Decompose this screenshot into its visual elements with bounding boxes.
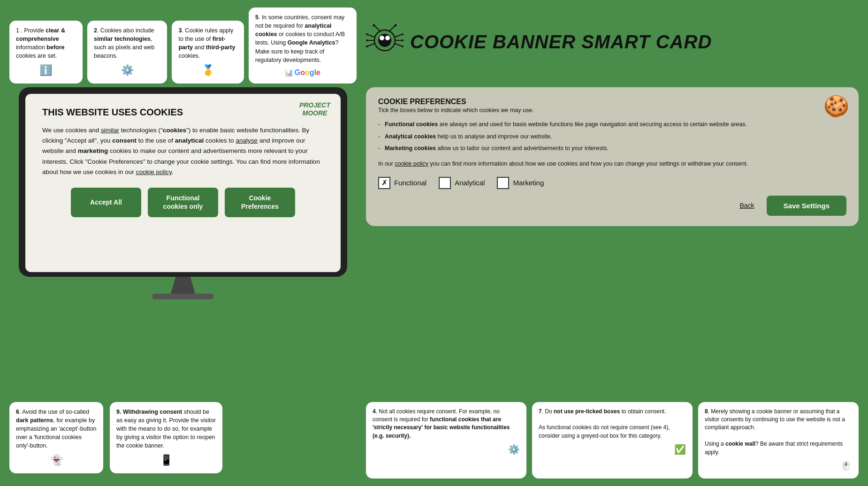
svg-line-6 — [389, 26, 395, 31]
svg-point-7 — [395, 24, 397, 26]
svg-point-3 — [385, 36, 390, 40]
svg-line-8 — [367, 34, 374, 37]
prefs-bullets-list: Functional cookies are always set and us… — [378, 120, 846, 153]
marketing-checkbox[interactable] — [497, 177, 509, 189]
marketing-label: Marketing — [513, 179, 544, 187]
functional-only-button[interactable]: Functionalcookies only — [148, 188, 218, 217]
callout-1-icon: ℹ️ — [16, 63, 76, 78]
prefs-panel-subtitle: Tick the boxes below to indicate which c… — [378, 107, 846, 114]
svg-point-18 — [402, 39, 404, 41]
callout-4-icon: ⚙️ — [373, 443, 520, 456]
bottom-callouts-left: 6. Avoid the use of so-called dark patte… — [9, 395, 357, 478]
svg-line-10 — [367, 44, 374, 46]
callout-7: 7. Do not use pre-ticked boxes to obtain… — [532, 402, 693, 478]
smart-card-body: 🍪 COOKIE PREFERENCES Tick the boxes belo… — [357, 87, 859, 395]
svg-line-13 — [395, 44, 403, 46]
save-settings-button[interactable]: Save Settings — [767, 196, 846, 216]
phone-icon: 📱 — [116, 453, 216, 468]
prefs-footer: Back Save Settings — [378, 196, 846, 216]
prefs-checkbox-row: ✗ Functional Analytical Marketing — [378, 177, 846, 189]
prefs-bullet-functional: Functional cookies are always set and us… — [378, 120, 846, 129]
svg-point-17 — [402, 33, 404, 35]
callout-3: 3. Cookie rules apply to the use of firs… — [172, 21, 244, 84]
svg-point-15 — [366, 39, 368, 41]
monitor-frame: PROJECTMOORE THIS WEBSITE USES COOKIES W… — [19, 87, 347, 277]
svg-point-16 — [366, 46, 368, 47]
prefs-bullet-marketing: Marketing cookies allow us to tailor our… — [378, 144, 846, 153]
callout-8-icon: 🖱️ — [705, 459, 852, 473]
callout-6: 6. Avoid the use of so-called dark patte… — [9, 402, 103, 474]
prefs-policy-text: In our cookie policy you can find more i… — [378, 159, 846, 168]
svg-line-4 — [374, 26, 380, 31]
callout-9: 9. Withdrawing consent should be as easy… — [110, 402, 222, 474]
bug-svg — [366, 24, 404, 57]
svg-line-11 — [395, 34, 403, 37]
monitor-screen: PROJECTMOORE THIS WEBSITE USES COOKIES W… — [25, 94, 341, 272]
back-button[interactable]: Back — [740, 202, 754, 209]
callout-5-icon: 📊 Google — [255, 67, 350, 78]
banner-body-text: We use cookies and similar technologies … — [42, 125, 324, 177]
monitor-stand-neck — [171, 277, 195, 294]
smart-card-header: COOKIE BANNER SMART CARD — [357, 8, 859, 87]
cookie-prefs-button[interactable]: CookiePreferences — [225, 188, 295, 217]
callout-4: 4. Not all cookies require consent. For … — [366, 402, 526, 478]
cookie-prefs-panel: 🍪 COOKIE PREFERENCES Tick the boxes belo… — [366, 87, 859, 226]
spider-eye-icon — [366, 24, 404, 61]
banner-title: THIS WEBSITE USES COOKIES — [42, 107, 324, 118]
svg-point-1 — [378, 34, 391, 47]
monitor-section: PROJECTMOORE THIS WEBSITE USES COOKIES W… — [9, 87, 357, 395]
callout-8: 8. Merely showing a cookie banner or ass… — [698, 402, 859, 478]
cookie-emoji-icon: 🍪 — [823, 94, 849, 118]
callout-3-icon: 🥇 — [178, 63, 237, 78]
functional-label: Functional — [394, 179, 426, 187]
page-wrapper: 1 . Provide clear & compre­hensive infor… — [0, 0, 868, 486]
analytical-checkbox[interactable] — [439, 177, 451, 189]
svg-point-5 — [373, 24, 375, 26]
analytical-label: Analytical — [455, 179, 485, 187]
callout-7-icon: ✅ — [539, 443, 686, 456]
monitor-stand-base — [152, 294, 213, 299]
bottom-callouts-right: 4. Not all cookies require consent. For … — [357, 395, 859, 478]
callout-5: 5. In some countries, consent may not be… — [249, 8, 357, 84]
callout-1: 1 . Provide clear & compre­hensive infor… — [9, 21, 83, 84]
svg-point-2 — [380, 36, 384, 40]
svg-point-14 — [366, 33, 368, 35]
svg-point-19 — [402, 46, 404, 47]
sc-header-inner: COOKIE BANNER SMART CARD — [366, 24, 712, 61]
callout-2: 2. Cookies also include similar technolo… — [87, 21, 168, 84]
smart-card-title: COOKIE BANNER SMART CARD — [410, 31, 712, 53]
callout-2-icon: ⚙️ — [94, 63, 161, 78]
ghost-icon: 👻 — [16, 453, 97, 468]
functional-checkbox[interactable]: ✗ — [378, 177, 390, 189]
prefs-panel-title: COOKIE PREFERENCES — [378, 98, 846, 106]
callout-1-number: 1 — [16, 27, 19, 34]
accept-all-button[interactable]: Accept All — [71, 188, 141, 217]
prefs-bullet-analytical: Analytical cookies help us to analyse an… — [378, 132, 846, 141]
banner-buttons: Accept All Functionalcookies only Cookie… — [42, 188, 324, 217]
project-moore-logo: PROJECTMOORE — [299, 101, 330, 117]
top-callouts-left: 1 . Provide clear & compre­hensive infor… — [9, 8, 357, 87]
